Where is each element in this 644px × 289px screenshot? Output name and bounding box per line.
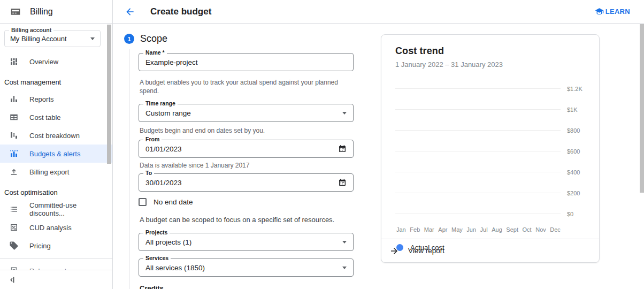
scope-description: A budget can be scoped to focus on a spe…: [140, 216, 354, 224]
from-field-label: From: [143, 136, 162, 142]
divider: [0, 258, 112, 258]
checkbox-unchecked-icon[interactable]: [139, 198, 147, 206]
name-field-value: Example-project: [145, 58, 347, 66]
sidebar-item-billing-export[interactable]: Billing export: [0, 163, 112, 181]
table-icon: [9, 112, 19, 122]
x-axis-month-label: Mar: [424, 226, 434, 233]
learn-button[interactable]: LEARN: [595, 7, 630, 16]
y-axis-tick-label: $800: [561, 127, 585, 134]
gridline: [395, 109, 561, 110]
page-scrollbar[interactable]: [640, 24, 644, 289]
to-field-value: 30/01/2023: [145, 179, 338, 187]
gridline: [395, 88, 561, 89]
sidebar: Billing Billing account My Billing Accou…: [0, 0, 113, 289]
time-range-select[interactable]: Time range Custom range: [139, 104, 354, 122]
x-axis-month-label: Sept: [506, 226, 518, 233]
caret-down-icon: [342, 241, 347, 244]
chart-tick-row: $600: [395, 141, 585, 162]
sidebar-item-label: Billing export: [29, 168, 69, 176]
time-range-label: Time range: [143, 100, 178, 107]
caret-down-icon: [90, 37, 95, 40]
chart-tick-row: $0: [395, 203, 585, 224]
chart-gridlines: $1.2K$1K$800$600$400$200$0: [395, 78, 585, 224]
view-report-button[interactable]: View report: [381, 239, 599, 262]
cost-trend-title: Cost trend: [395, 45, 585, 57]
product-title: Billing: [30, 7, 53, 17]
page-header: Create budget LEARN: [113, 0, 644, 24]
services-select[interactable]: Services All services (1850): [139, 258, 354, 277]
sidebar-item-cost-table[interactable]: Cost table: [0, 108, 112, 126]
time-range-hint: Budgets begin and end on dates set by yo…: [140, 126, 354, 135]
arrow-right-icon: [389, 246, 399, 256]
x-axis-month-label: Feb: [410, 226, 420, 233]
content: 1 Scope Name * Example-project A budget …: [113, 24, 644, 289]
billing-account-select[interactable]: Billing account My Billing Account: [4, 30, 101, 47]
scope-form: Name * Example-project A budget enables …: [139, 53, 354, 289]
sidebar-item-label: Pricing: [29, 242, 51, 250]
bar-chart-icon: [9, 94, 19, 104]
upload-icon: [9, 167, 19, 177]
cost-trend-date-range: 1 January 2022 – 31 January 2023: [395, 60, 585, 69]
gridline: [395, 130, 561, 131]
billing-create-budget-page: Billing Billing account My Billing Accou…: [0, 0, 644, 289]
sidebar-item-cost-breakdown[interactable]: Cost breakdown: [0, 126, 112, 144]
projects-value: All projects (1): [145, 238, 342, 246]
no-end-date-label: No end date: [154, 198, 193, 206]
chart-tick-row: $1K: [395, 99, 585, 120]
main-area: Create budget LEARN 1 Scope Name * Examp…: [113, 0, 644, 289]
percent-icon: [9, 223, 19, 232]
from-date-field[interactable]: From 01/01/2023: [139, 140, 354, 158]
chart-tick-row: $200: [395, 182, 585, 203]
sidebar-item-overview[interactable]: Overview: [0, 52, 112, 71]
chart-month-labels: JanFebMarAprMayJunJulAugSeptOctNovDec: [396, 226, 561, 233]
overview-icon: [9, 57, 19, 66]
sidebar-item-label: Overview: [29, 58, 58, 66]
sidebar-item-budgets-alerts[interactable]: Budgets & alerts: [0, 144, 112, 163]
gridline: [395, 193, 561, 193]
list-icon: [9, 204, 19, 214]
calendar-icon[interactable]: [338, 178, 347, 187]
x-axis-month-label: Jan: [396, 226, 406, 233]
credits-heading: Credits: [140, 284, 354, 289]
y-axis-tick-label: $1K: [561, 107, 585, 113]
x-axis-month-label: Jul: [480, 226, 488, 233]
sidebar-item-pricing[interactable]: Pricing: [0, 237, 112, 255]
calendar-icon[interactable]: [338, 144, 347, 153]
gridline: [395, 214, 561, 214]
sidebar-item-committed-use-discounts[interactable]: Committed-use discounts...: [0, 200, 112, 218]
projects-label: Projects: [143, 229, 170, 235]
to-date-field[interactable]: To 30/01/2023: [139, 173, 354, 192]
services-label: Services: [143, 255, 171, 261]
budget-description: A budget enables you to track your actua…: [140, 78, 354, 95]
name-field[interactable]: Name * Example-project: [139, 53, 354, 71]
page-scrollbar-thumb[interactable]: [640, 24, 644, 193]
billing-account-value: My Billing Account: [10, 35, 90, 43]
sidebar-item-label: Budgets & alerts: [29, 150, 80, 158]
gridline: [395, 172, 561, 172]
x-axis-month-label: Aug: [492, 226, 502, 233]
chart-tick-row: $400: [395, 162, 585, 182]
step-number-badge: 1: [124, 34, 134, 44]
y-axis-tick-label: $600: [561, 148, 585, 155]
x-axis-month-label: Apr: [438, 226, 447, 233]
sidebar-item-label: Committed-use discounts...: [29, 201, 112, 217]
sidebar-collapse-button[interactable]: [0, 270, 112, 289]
sidebar-section-title-cost-management: Cost management: [0, 71, 112, 90]
x-axis-month-label: Oct: [523, 226, 532, 233]
time-range-value: Custom range: [145, 109, 342, 117]
services-value: All services (1850): [145, 264, 342, 272]
y-axis-tick-label: $200: [561, 190, 585, 196]
tag-icon: [9, 241, 19, 250]
projects-select[interactable]: Projects All projects (1): [139, 233, 354, 251]
back-button[interactable]: [124, 5, 136, 18]
cost-trend-chart: $1.2K$1K$800$600$400$200$0 JanFebMarAprM…: [395, 78, 585, 233]
sidebar-item-cud-analysis[interactable]: CUD analysis: [0, 218, 112, 237]
no-end-date-checkbox-row[interactable]: No end date: [139, 198, 354, 206]
gridline: [395, 151, 561, 151]
sidebar-item-reports[interactable]: Reports: [0, 90, 112, 108]
sidebar-item-label: Cost breakdown: [29, 132, 80, 140]
sidebar-scrollbar[interactable]: [107, 25, 111, 164]
collapse-panel-icon: [7, 275, 17, 285]
step-title: Scope: [140, 33, 167, 44]
billing-card-icon: [9, 6, 22, 17]
